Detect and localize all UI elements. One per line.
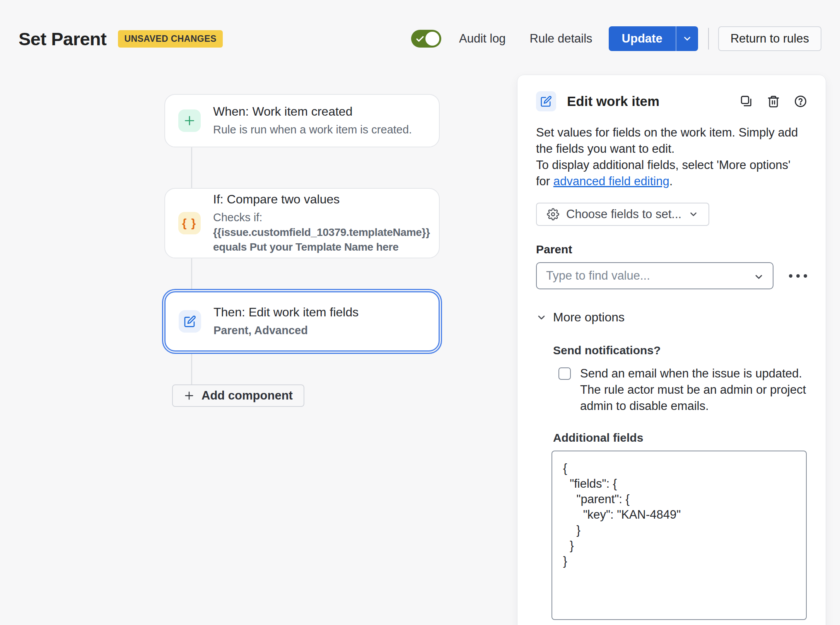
action-card-selected[interactable]: Then: Edit work item fields Parent, Adva…: [164, 291, 440, 352]
unsaved-changes-badge: UNSAVED CHANGES: [118, 30, 222, 48]
parent-field-label: Parent: [536, 243, 807, 256]
condition-checks-label: Checks if:: [213, 211, 262, 224]
send-email-checkbox[interactable]: [558, 367, 571, 380]
more-options-toggle[interactable]: More options: [536, 310, 807, 324]
header: Set Parent UNSAVED CHANGES Audit log Rul…: [0, 15, 840, 62]
chevron-down-icon: [688, 209, 698, 219]
duplicate-button[interactable]: [740, 95, 753, 108]
flow-connector: [191, 147, 192, 188]
chevron-down-icon: [536, 312, 547, 323]
panel-description: Set values for fields on the work item. …: [536, 125, 807, 190]
more-options-label: More options: [553, 310, 625, 324]
flow-connector: [191, 352, 192, 384]
help-button[interactable]: [794, 95, 807, 108]
condition-card[interactable]: { } If: Compare two values Checks if: {{…: [164, 188, 440, 258]
update-button[interactable]: Update: [609, 26, 676, 51]
send-email-description: Send an email when the issue is updated.…: [580, 365, 807, 414]
return-to-rules-button[interactable]: Return to rules: [718, 26, 821, 51]
question-circle-icon: [794, 95, 807, 108]
advanced-field-editing-link[interactable]: advanced field editing: [553, 174, 669, 188]
delete-button[interactable]: [767, 95, 780, 108]
edit-icon: [536, 91, 556, 111]
trigger-subtitle: Rule is run when a work item is created.: [213, 122, 412, 137]
parent-value-select[interactable]: [536, 262, 773, 289]
audit-log-link[interactable]: Audit log: [459, 32, 506, 46]
condition-comparison: equals Put your Template Name here: [213, 241, 398, 253]
action-title: Then: Edit work item fields: [213, 305, 359, 319]
condition-subtitle: Checks if: {{issue.customfield_10379.tem…: [213, 210, 430, 254]
trigger-card[interactable]: When: Work item created Rule is run when…: [164, 94, 440, 147]
choose-fields-dropdown[interactable]: Choose fields to set...: [536, 203, 709, 226]
parent-value-input[interactable]: [546, 269, 748, 283]
plus-icon: [178, 109, 201, 132]
copy-icon: [740, 95, 753, 108]
check-icon: [415, 34, 425, 44]
rule-enabled-toggle[interactable]: [411, 30, 441, 48]
action-subtitle: Parent, Advanced: [213, 324, 308, 336]
update-dropdown-button[interactable]: [676, 26, 698, 51]
condition-title: If: Compare two values: [213, 192, 430, 207]
panel-title: Edit work item: [567, 94, 659, 109]
description-line1: Set values for fields on the work item. …: [536, 125, 807, 157]
gear-icon: [547, 208, 559, 220]
plus-icon: [184, 390, 195, 401]
add-component-button[interactable]: Add component: [172, 384, 304, 407]
choose-fields-label: Choose fields to set...: [566, 207, 681, 221]
flow-connector: [191, 258, 192, 291]
add-component-label: Add component: [201, 389, 293, 403]
trash-icon: [767, 95, 780, 108]
chevron-down-icon: [682, 34, 692, 44]
parent-more-actions-button[interactable]: [789, 274, 807, 278]
trigger-title: When: Work item created: [213, 104, 412, 119]
toggle-knob: [425, 32, 439, 46]
page-title: Set Parent: [19, 28, 106, 50]
chevron-down-icon[interactable]: [753, 272, 764, 282]
action-config-panel: Edit work item Set values for fields on …: [517, 75, 826, 625]
condition-smart-value: {{issue.customfield_10379.templateName}}: [213, 226, 430, 238]
update-split-button: Update: [609, 26, 698, 51]
additional-fields-textarea[interactable]: { "fields": { "parent": { "key": "KAN-48…: [551, 451, 807, 620]
rule-details-link[interactable]: Rule details: [530, 32, 592, 46]
edit-icon: [179, 310, 201, 333]
braces-icon: { }: [178, 212, 201, 234]
header-divider: [708, 28, 709, 50]
description-line2: To display additional fields, select 'Mo…: [536, 157, 807, 190]
additional-fields-label: Additional fields: [553, 431, 807, 444]
send-notifications-label: Send notifications?: [553, 344, 807, 357]
